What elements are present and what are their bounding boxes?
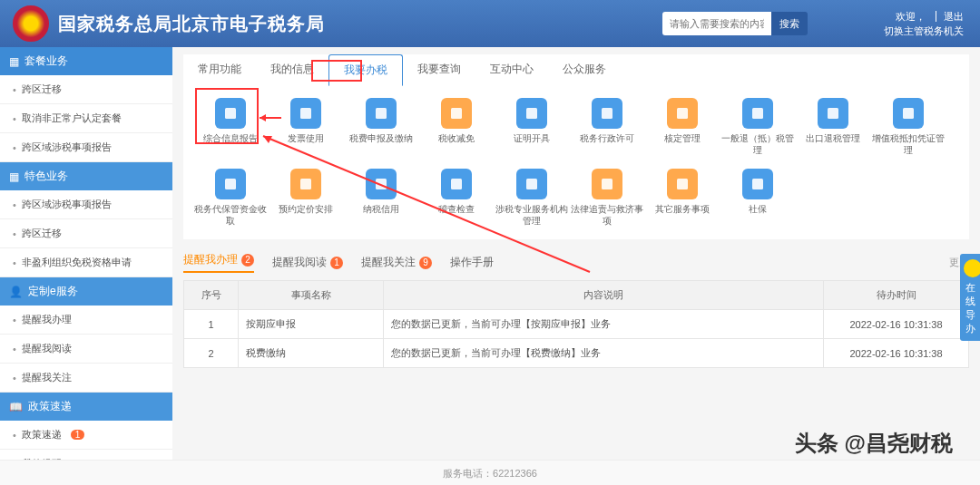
service-icon-cell[interactable]: 纳税信用 (343, 169, 418, 227)
service-icon-cell[interactable]: 一般退（抵）税管理 (720, 98, 795, 156)
service-icon-cell[interactable]: 核定管理 (644, 98, 720, 156)
service-icon-cell[interactable]: 证明开具 (494, 98, 569, 156)
service-icon-label: 一般退（抵）税管理 (720, 132, 795, 156)
svg-rect-5 (602, 108, 612, 119)
sidebar-item[interactable]: 非盈利组织免税资格申请 (0, 248, 172, 277)
sidebar-item[interactable]: 跨区迁移 (0, 219, 172, 248)
tab-query[interactable]: 我要查询 (403, 54, 475, 85)
svg-rect-13 (451, 179, 462, 189)
service-icon-cell[interactable]: 出口退税管理 (795, 98, 870, 156)
service-icon-cell[interactable]: 预约定价安排 (268, 169, 343, 227)
service-icon-cell[interactable]: 税收减免 (418, 98, 494, 156)
sidebar-item[interactable]: 提醒我关注 (0, 364, 172, 393)
sidebar-item[interactable]: 提醒我办理 (0, 306, 172, 335)
service-icon-label: 税务代保管资金收取 (192, 203, 268, 227)
svg-rect-9 (903, 108, 914, 119)
reminder-tab-handle[interactable]: 提醒我办理 2 (183, 252, 254, 273)
main-content: 常用功能 我的信息 我要办税 我要查询 互动中心 公众服务 综合信息报告发票使用… (172, 47, 980, 460)
service-icon-label: 综合信息报告 (192, 132, 268, 144)
service-icon-label: 税收减免 (418, 132, 494, 144)
switch-auth-link[interactable]: 切换主管税务机关 (884, 25, 964, 36)
service-icon-cell[interactable]: 稽查检查 (418, 169, 494, 227)
service-icon (366, 98, 397, 129)
svg-rect-8 (828, 108, 838, 119)
svg-rect-15 (602, 179, 612, 189)
service-icon-cell[interactable]: 综合信息报告 (192, 98, 268, 156)
sidebar-head-label: 特色业务 (24, 169, 68, 184)
service-icon-label: 税费申报及缴纳 (343, 132, 418, 144)
service-icon-cell[interactable]: 社保 (720, 169, 795, 227)
sidebar-item[interactable]: 政策速递1 (0, 421, 172, 450)
sidebar: ▦ 套餐业务 跨区迁移 取消非正常户认定套餐 跨区域涉税事项报告 ▦ 特色业务 … (0, 47, 172, 460)
reminder-table: 序号 事项名称 内容说明 待办时间 1按期应申报您的数据已更新，当前可办理【按期… (183, 280, 969, 368)
reminder-tab-read[interactable]: 提醒我阅读 1 (272, 255, 343, 270)
sidebar-head-eservice[interactable]: 👤 定制e服务 (0, 277, 172, 306)
table-row[interactable]: 2税费缴纳您的数据已更新，当前可办理【税费缴纳】业务2022-02-16 10:… (184, 339, 969, 368)
service-icon-cell[interactable]: 增值税抵扣凭证管理 (870, 98, 946, 156)
welcome-text: 欢迎， (896, 11, 926, 22)
service-icon-label: 涉税专业服务机构管理 (494, 203, 569, 227)
reminder-tabs: 提醒我办理 2 提醒我阅读 1 提醒我关注 9 操作手册 更多 (183, 245, 969, 280)
grid-icon: ▦ (9, 55, 19, 68)
sidebar-item[interactable]: 我的提醒 (0, 450, 172, 460)
service-icon (592, 169, 622, 199)
svg-rect-4 (526, 108, 537, 119)
sidebar-head-feature[interactable]: ▦ 特色业务 (0, 162, 172, 190)
tab-public[interactable]: 公众服务 (548, 54, 621, 85)
badge: 9 (419, 257, 432, 269)
service-icon (742, 98, 773, 129)
service-icon-label: 证明开具 (494, 132, 569, 144)
svg-rect-1 (300, 108, 311, 119)
service-icon (441, 169, 472, 199)
service-icon-label: 法律追责与救济事项 (569, 203, 644, 227)
tab-common[interactable]: 常用功能 (183, 54, 256, 85)
svg-rect-17 (752, 179, 763, 189)
sidebar-item[interactable]: 提醒我阅读 (0, 335, 172, 364)
service-icon-label: 社保 (720, 203, 795, 215)
tab-myinfo[interactable]: 我的信息 (256, 54, 328, 85)
book-icon: 📖 (9, 401, 23, 413)
service-icon-cell[interactable]: 涉税专业服务机构管理 (494, 169, 569, 227)
assist-label: 在线导办 (964, 281, 976, 335)
floating-assist[interactable]: 在线导办 (960, 254, 980, 341)
svg-rect-6 (677, 108, 688, 119)
sidebar-head-label: 套餐业务 (24, 53, 68, 69)
service-icon-cell[interactable]: 税务行政许可 (569, 98, 644, 156)
sidebar-item[interactable]: 跨区域涉税事项报告 (0, 133, 172, 162)
footer: 服务电话：62212366 (0, 460, 980, 485)
badge: 1 (71, 430, 85, 440)
sidebar-item[interactable]: 取消非正常户认定套餐 (0, 104, 172, 133)
site-title: 国家税务总局北京市电子税务局 (58, 12, 325, 36)
service-icon-cell[interactable]: 税费申报及缴纳 (343, 98, 418, 156)
sidebar-head-label: 政策速递 (28, 399, 72, 414)
service-icon (893, 98, 924, 129)
sidebar-head-policy[interactable]: 📖 政策速递 (0, 393, 172, 421)
reminder-tab-manual[interactable]: 操作手册 (450, 255, 494, 270)
search-button[interactable]: 搜索 (771, 12, 808, 35)
assist-avatar-icon (964, 259, 980, 277)
sidebar-head-package[interactable]: ▦ 套餐业务 (0, 47, 172, 75)
svg-rect-3 (451, 108, 462, 119)
search-input[interactable] (662, 12, 771, 35)
svg-rect-10 (225, 179, 236, 189)
service-grid: 综合信息报告发票使用税费申报及缴纳税收减免证明开具税务行政许可核定管理一般退（抵… (183, 85, 969, 239)
badge: 2 (241, 254, 254, 267)
tab-interact[interactable]: 互动中心 (475, 54, 548, 85)
service-icon-label: 核定管理 (644, 132, 720, 144)
logout-link[interactable]: 退出 (944, 11, 964, 22)
service-icon-cell[interactable]: 发票使用 (268, 98, 343, 156)
service-icon-label: 税务行政许可 (569, 132, 644, 144)
service-icon-cell[interactable]: 法律追责与救济事项 (569, 169, 644, 227)
reminder-tab-follow[interactable]: 提醒我关注 9 (361, 255, 432, 270)
service-icon-cell[interactable]: 税务代保管资金收取 (192, 169, 268, 227)
sidebar-item[interactable]: 跨区域涉税事项报告 (0, 190, 172, 219)
service-icon-cell[interactable]: 其它服务事项 (644, 169, 720, 227)
svg-rect-12 (376, 179, 387, 189)
service-icon (592, 98, 622, 129)
service-icon-label: 其它服务事项 (644, 203, 720, 215)
tab-handle-tax[interactable]: 我要办税 (328, 54, 403, 86)
service-icon (441, 98, 472, 129)
service-icon (667, 169, 698, 199)
sidebar-item[interactable]: 跨区迁移 (0, 75, 172, 104)
table-row[interactable]: 1按期应申报您的数据已更新，当前可办理【按期应申报】业务2022-02-16 1… (184, 310, 969, 339)
